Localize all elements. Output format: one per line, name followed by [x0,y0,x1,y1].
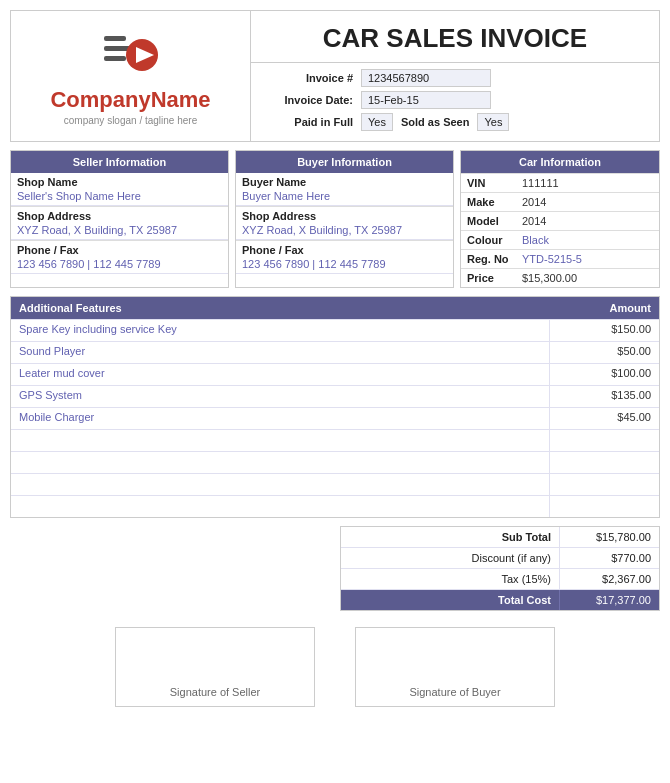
car-model-label: Model [461,212,516,230]
car-vin-row: VIN 111111 [461,173,659,192]
car-price-value: $15,300.00 [516,269,583,287]
logo-section: CompanyName company slogan / tagline her… [11,11,251,141]
feature-name-1: Sound Player [11,342,549,363]
buyer-phone-label: Phone / Fax [236,240,453,256]
feature-name-8 [11,496,549,517]
buyer-signature-box: Signature of Buyer [355,627,555,707]
car-make-label: Make [461,193,516,211]
logo-wrapper [102,26,160,84]
feature-amount-5 [549,430,659,451]
seller-address-label: Shop Address [11,206,228,222]
feature-name-7 [11,474,549,495]
car-colour-label: Colour [461,231,516,249]
feature-name-5 [11,430,549,451]
features-header: Additional Features Amount [11,297,659,319]
feature-row-7 [11,473,659,495]
seller-signature-box: Signature of Seller [115,627,315,707]
subtotal-label: Sub Total [341,527,559,547]
car-model-row: Model 2014 [461,211,659,230]
invoice-meta: Invoice # 1234567890 Invoice Date: 15-Fe… [251,63,659,141]
invoice-number-label: Invoice # [261,72,361,84]
seller-section-title: Seller Information [11,151,228,173]
svg-rect-0 [104,36,126,41]
features-col-label: Additional Features [11,297,549,319]
tax-row: Tax (15%) $2,367.00 [341,568,659,589]
signatures-section: Signature of Seller Signature of Buyer [10,627,660,707]
total-row: Total Cost $17,377.00 [341,589,659,610]
feature-row-6 [11,451,659,473]
subtotal-row: Sub Total $15,780.00 [341,527,659,547]
car-regno-label: Reg. No [461,250,516,268]
feature-name-4: Mobile Charger [11,408,549,429]
company-name: CompanyName [50,88,210,112]
buyer-info-box: Buyer Information Buyer Name Buyer Name … [235,150,454,288]
feature-row-5 [11,429,659,451]
features-amount-label: Amount [549,297,659,319]
invoice-title-section: CAR SALES INVOICE Invoice # 1234567890 I… [251,11,659,141]
seller-phone-value: 123 456 7890 | 112 445 7789 [11,256,228,274]
feature-row-8 [11,495,659,517]
feature-row-4: Mobile Charger$45.00 [11,407,659,429]
features-section: Additional Features Amount Spare Key inc… [10,296,660,518]
seller-signature-label: Signature of Seller [170,686,261,698]
feature-name-6 [11,452,549,473]
buyer-address-value: XYZ Road, X Building, TX 25987 [236,222,453,240]
feature-name-2: Leater mud cover [11,364,549,385]
svg-rect-2 [104,56,126,61]
invoice-date-value: 15-Feb-15 [361,91,491,109]
tax-value: $2,367.00 [559,569,659,589]
sold-value: Yes [477,113,509,131]
car-colour-row: Colour Black [461,230,659,249]
tax-label: Tax (15%) [341,569,559,589]
discount-label: Discount (if any) [341,548,559,568]
company-slogan: company slogan / tagline here [64,115,197,126]
car-price-row: Price $15,300.00 [461,268,659,287]
features-rows: Spare Key including service Key$150.00So… [11,319,659,517]
paid-label: Paid in Full [261,116,361,128]
seller-name-value: Seller's Shop Name Here [11,188,228,206]
feature-row-3: GPS System$135.00 [11,385,659,407]
seller-info-box: Seller Information Shop Name Seller's Sh… [10,150,229,288]
buyer-signature-label: Signature of Buyer [409,686,500,698]
feature-name-0: Spare Key including service Key [11,320,549,341]
car-regno-row: Reg. No YTD-5215-5 [461,249,659,268]
buyer-phone-value: 123 456 7890 | 112 445 7789 [236,256,453,274]
feature-amount-7 [549,474,659,495]
feature-amount-6 [549,452,659,473]
feature-row-2: Leater mud cover$100.00 [11,363,659,385]
seller-phone-label: Phone / Fax [11,240,228,256]
seller-address-value: XYZ Road, X Building, TX 25987 [11,222,228,240]
logo-icon [102,26,160,84]
paid-row: Paid in Full Yes Sold as Seen Yes [261,113,649,131]
discount-row: Discount (if any) $770.00 [341,547,659,568]
feature-row-1: Sound Player$50.00 [11,341,659,363]
paid-value: Yes [361,113,393,131]
feature-row-0: Spare Key including service Key$150.00 [11,319,659,341]
feature-amount-3: $135.00 [549,386,659,407]
car-model-value: 2014 [516,212,552,230]
car-make-value: 2014 [516,193,552,211]
feature-amount-4: $45.00 [549,408,659,429]
car-price-label: Price [461,269,516,287]
car-regno-value: YTD-5215-5 [516,250,588,268]
car-colour-value: Black [516,231,555,249]
seller-name-label: Shop Name [11,173,228,188]
totals-section: Sub Total $15,780.00 Discount (if any) $… [10,526,660,611]
total-value: $17,377.00 [559,590,659,610]
car-vin-value: 111111 [516,174,565,192]
car-make-row: Make 2014 [461,192,659,211]
buyer-address-label: Shop Address [236,206,453,222]
car-vin-label: VIN [461,174,516,192]
invoice-title: CAR SALES INVOICE [251,11,659,63]
invoice-number-value: 1234567890 [361,69,491,87]
buyer-section-title: Buyer Information [236,151,453,173]
subtotal-value: $15,780.00 [559,527,659,547]
buyer-name-value: Buyer Name Here [236,188,453,206]
invoice-number-row: Invoice # 1234567890 [261,69,649,87]
seller-signature-area: Signature of Seller [115,627,315,707]
sold-label: Sold as Seen [393,116,477,128]
total-label: Total Cost [341,590,559,610]
feature-name-3: GPS System [11,386,549,407]
buyer-signature-area: Signature of Buyer [355,627,555,707]
invoice-date-label: Invoice Date: [261,94,361,106]
